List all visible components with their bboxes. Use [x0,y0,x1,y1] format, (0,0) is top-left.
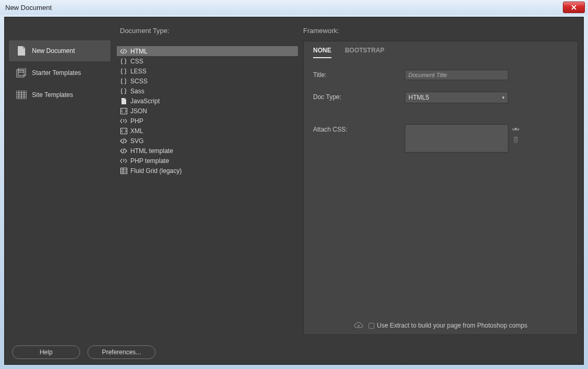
doctype-value: HTML5 [408,94,429,101]
framework-heading: Framework: [303,27,578,39]
doc-type-item[interactable]: CSS [117,56,298,66]
grid-icon [16,90,27,100]
row-title: Title: [313,70,568,80]
main-row: New Document Starter Templates Site Temp… [5,17,583,340]
doc-type-label: PHP template [130,157,169,165]
doc-type-label: HTML [130,48,148,55]
close-button[interactable] [563,2,585,13]
sidebar-item-site-templates[interactable]: Site Templates [9,84,110,105]
doc-type-label: HTML template [130,147,173,155]
window-title: New Document [3,4,563,12]
doc-type-item[interactable]: Sass [117,86,298,96]
doc-type-item[interactable]: PHP template [117,156,298,166]
sidebar-item-label: Site Templates [32,91,73,99]
doc-type-label: XML [130,127,143,135]
doc-type-label: CSS [130,58,143,65]
doc-type-item[interactable]: JavaScript [117,96,298,106]
doc-type-label: LESS [130,68,147,75]
doc-type-item[interactable]: XML [117,126,298,136]
doc-type-item[interactable]: SCSS [117,76,298,86]
doc-type-label: Sass [130,88,145,95]
doc-type-item[interactable]: PHP [117,116,298,126]
framework-column: Framework: NONE BOOTSTRAP Title: Doc Typ… [303,17,583,340]
page-icon [16,46,27,56]
extract-label: Use Extract to build your page from Phot… [377,322,527,329]
attach-css-list[interactable] [405,124,508,153]
braces-icon [120,88,127,95]
trash-icon[interactable] [512,136,520,144]
form-area: Title: Doc Type: HTML5 ▾ [304,58,578,169]
script-icon [120,97,127,105]
doc-type-label: JSON [130,107,147,115]
tag-icon [120,48,127,55]
extract-row: Use Extract to build your page from Phot… [304,322,578,329]
tag-icon [120,147,127,155]
row-doctype: Doc Type: HTML5 ▾ [313,92,568,103]
attach-css-tools [512,124,520,144]
doc-type-label: JavaScript [130,97,160,105]
footer: Help Preferences... [5,340,583,364]
sidebar-item-starter-templates[interactable]: Starter Templates [9,62,110,83]
doctype-label: Doc Type: [313,92,405,101]
doc-type-label: SVG [130,137,143,145]
boxed-icon [120,127,127,135]
extract-checkbox[interactable] [369,323,374,329]
extract-cloud-icon [354,322,363,329]
tag-icon [120,137,127,145]
doc-type-item[interactable]: HTML template [117,146,298,156]
sidebar-item-new-document[interactable]: New Document [9,40,110,61]
doc-type-heading: Document Type: [117,27,298,42]
svg-rect-1 [18,68,26,75]
doc-type-item[interactable]: HTML [117,46,298,56]
dialog-body: New Document Starter Templates Site Temp… [4,17,584,365]
doc-type-item[interactable]: JSON [117,106,298,116]
doc-type-label: SCSS [130,78,148,85]
extract-check-wrap: Use Extract to build your page from Phot… [369,322,527,329]
doc-type-item[interactable]: Fluid Grid (legacy) [117,166,298,176]
svg-rect-13 [120,168,127,173]
tab-bootstrap[interactable]: BOOTSTRAP [345,47,384,58]
sidebar-item-label: Starter Templates [32,69,81,77]
help-button[interactable]: Help [12,345,80,359]
php-icon [120,157,127,165]
braces-icon [120,78,127,85]
sidebar-item-label: New Document [32,47,75,55]
doc-type-list: HTMLCSSLESSSCSSSassJavaScriptJSONPHPXMLS… [117,46,298,176]
chevron-down-icon: ▾ [502,95,505,100]
title-label: Title: [313,70,405,79]
title-input[interactable] [405,70,508,80]
doc-type-column: Document Type: HTMLCSSLESSSCSSSassJavaSc… [115,17,303,340]
php-icon [120,117,127,125]
attach-css-label: Attach CSS: [313,124,405,133]
doctype-select[interactable]: HTML5 ▾ [405,92,508,103]
doc-type-item[interactable]: LESS [117,66,298,76]
templates-icon [16,68,27,78]
link-css-icon[interactable] [512,124,520,133]
doc-type-label: PHP [130,117,143,125]
framework-panel: NONE BOOTSTRAP Title: Doc Type: [303,41,578,335]
row-attach-css: Attach CSS: [313,124,568,153]
boxed-icon [120,107,127,115]
doc-type-label: Fluid Grid (legacy) [130,167,182,175]
tab-none[interactable]: NONE [313,47,331,58]
framework-tabs: NONE BOOTSTRAP [304,41,578,58]
doc-type-item[interactable]: SVG [117,136,298,146]
sidebar: New Document Starter Templates Site Temp… [5,17,115,340]
titlebar: New Document [0,0,588,15]
close-icon [571,4,577,10]
braces-icon [120,68,127,75]
preferences-button[interactable]: Preferences... [87,345,156,359]
fluid-icon [120,167,127,175]
braces-icon [120,58,127,65]
